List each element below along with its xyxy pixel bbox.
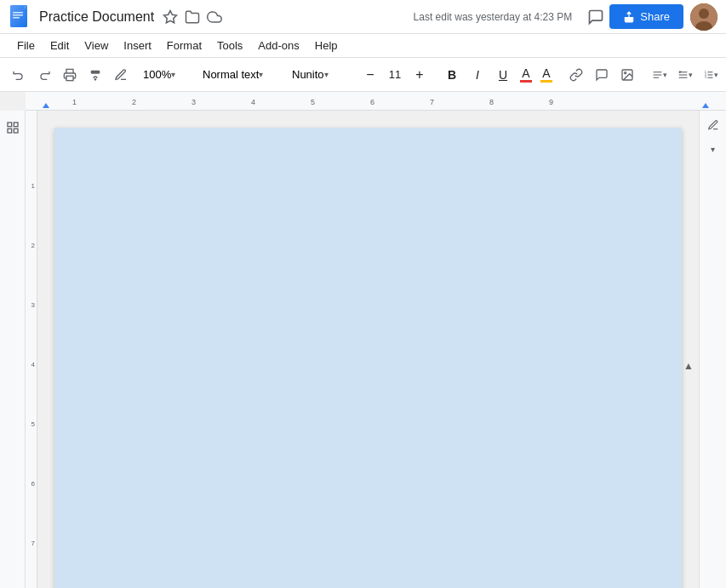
share-button[interactable]: Share <box>609 4 683 29</box>
menu-insert[interactable]: Insert <box>117 37 158 54</box>
docs-icon <box>9 5 32 29</box>
toolbar: 100% ▾ Normal text ▾ Nunito ▾ − + B I U … <box>0 58 726 92</box>
comment-button[interactable] <box>582 3 609 31</box>
ruler-mark-5: 5 <box>311 98 315 106</box>
cloud-button[interactable] <box>203 6 226 28</box>
document-title: Practice Document <box>39 9 154 25</box>
link-button[interactable] <box>564 63 588 87</box>
comment-insert-button[interactable] <box>590 63 614 87</box>
svg-point-14 <box>625 71 626 73</box>
left-ruler-mark-1: 1 <box>31 183 35 190</box>
avatar[interactable] <box>690 3 717 31</box>
ruler-mark-6: 6 <box>370 98 374 106</box>
font-dropdown-arrow: ▾ <box>324 70 329 79</box>
document-area[interactable] <box>37 111 699 588</box>
ruler-mark-2: 2 <box>132 98 136 106</box>
zoom-value: 100% <box>143 68 171 81</box>
menu-tools[interactable]: Tools <box>210 37 249 54</box>
main-area: 1 2 3 4 5 6 7 ▾ ▲ <box>0 111 726 588</box>
ruler-mark-3: 3 <box>192 98 196 106</box>
left-sidebar <box>0 111 26 588</box>
title-bar: Practice Document Last edit was yesterda… <box>0 0 726 34</box>
italic-button[interactable]: I <box>466 63 489 87</box>
ruler-content: 1 2 3 4 5 6 7 8 9 <box>26 92 726 108</box>
svg-point-10 <box>699 9 709 19</box>
ruler-mark-4: 4 <box>251 98 255 106</box>
menu-edit[interactable]: Edit <box>43 37 76 54</box>
svg-rect-12 <box>66 76 73 80</box>
svg-marker-7 <box>164 10 177 22</box>
text-color-indicator <box>520 80 532 83</box>
ruler-mark-1: 1 <box>72 98 77 106</box>
svg-rect-33 <box>8 123 12 127</box>
last-edit-label: Last edit was yesterday at 4:23 PM <box>414 11 573 23</box>
decrease-font-button[interactable]: − <box>358 63 382 87</box>
edit-toolbar: ▾ <box>699 111 726 588</box>
share-icon <box>623 11 635 23</box>
page-nav-button[interactable] <box>3 117 23 140</box>
svg-rect-35 <box>8 128 12 133</box>
style-select-wrap[interactable]: Normal text ▾ <box>201 68 282 81</box>
style-value: Normal text <box>203 68 259 81</box>
folder-button[interactable] <box>181 6 203 28</box>
numbered-list-button[interactable]: 1.2.3. ▾ <box>699 63 723 87</box>
text-color-button[interactable]: A <box>517 65 535 84</box>
increase-font-button[interactable]: + <box>408 63 432 87</box>
undo-button[interactable] <box>7 63 31 87</box>
ruler: 1 2 3 4 5 6 7 8 9 <box>26 92 726 111</box>
font-size-wrap: − + <box>358 63 432 87</box>
left-ruler-mark-2: 2 <box>31 243 35 249</box>
ruler-mark-9: 9 <box>549 98 553 106</box>
ruler-tab-left[interactable] <box>43 101 49 108</box>
svg-rect-2 <box>13 12 23 14</box>
menu-addons[interactable]: Add-ons <box>251 37 306 54</box>
svg-rect-34 <box>14 123 18 127</box>
left-ruler-mark-7: 7 <box>31 540 35 547</box>
left-ruler-mark-3: 3 <box>31 302 35 309</box>
menu-bar: File Edit View Insert Format Tools Add-o… <box>0 34 726 58</box>
zoom-dropdown-arrow: ▾ <box>171 70 175 79</box>
line-spacing-button[interactable]: ▾ <box>673 63 697 87</box>
left-ruler-mark-5: 5 <box>31 421 35 428</box>
ruler-tab-right[interactable] <box>702 101 709 108</box>
menu-file[interactable]: File <box>10 37 42 54</box>
svg-text:3.: 3. <box>705 76 707 79</box>
ruler-mark-8: 8 <box>489 98 494 106</box>
left-ruler: 1 2 3 4 5 6 7 <box>26 111 37 588</box>
print-button[interactable] <box>58 63 82 87</box>
font-size-input[interactable] <box>383 68 407 81</box>
highlight-color-button[interactable]: A <box>537 65 556 84</box>
underline-button[interactable]: U <box>491 63 515 87</box>
bold-button[interactable]: B <box>440 63 464 87</box>
ruler-mark-7: 7 <box>430 98 434 106</box>
document-page[interactable] <box>54 128 682 588</box>
svg-rect-3 <box>13 14 23 16</box>
font-value: Nunito <box>292 68 324 81</box>
spellcheck-button[interactable] <box>109 63 133 87</box>
star-button[interactable] <box>159 6 181 28</box>
menu-view[interactable]: View <box>77 37 115 54</box>
image-button[interactable] <box>615 63 639 87</box>
svg-rect-4 <box>13 17 20 19</box>
edit-mode-dropdown[interactable]: ▾ <box>702 138 724 160</box>
paint-format-button[interactable] <box>83 63 107 87</box>
pencil-edit-button[interactable] <box>702 114 724 136</box>
collapse-button[interactable]: ▲ <box>680 357 697 375</box>
svg-rect-36 <box>14 128 18 133</box>
left-ruler-mark-6: 6 <box>31 481 35 488</box>
font-select-wrap[interactable]: Nunito ▾ <box>290 68 350 81</box>
redo-button[interactable] <box>32 63 56 87</box>
highlight-color-indicator <box>540 80 552 83</box>
left-ruler-mark-4: 4 <box>31 362 35 368</box>
menu-format[interactable]: Format <box>160 37 209 54</box>
zoom-select-wrap[interactable]: 100% ▾ <box>141 68 192 81</box>
style-dropdown-arrow: ▾ <box>259 70 263 79</box>
align-button[interactable]: ▾ <box>648 63 672 87</box>
menu-help[interactable]: Help <box>308 37 345 54</box>
